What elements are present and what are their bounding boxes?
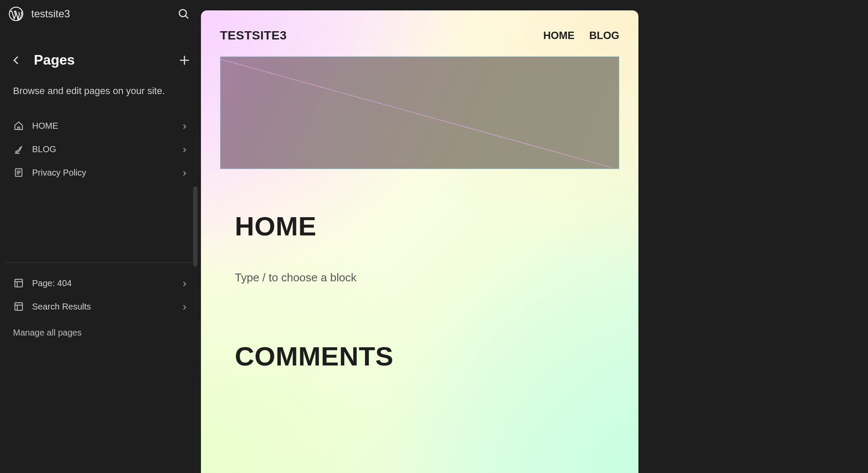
blank-area <box>638 0 868 473</box>
site-name[interactable]: testsite3 <box>31 8 178 20</box>
template-item-search[interactable]: Search Results <box>6 295 195 318</box>
svg-rect-4 <box>15 303 22 310</box>
preview-nav: HOME BLOG <box>543 29 619 42</box>
home-icon <box>13 120 24 131</box>
add-page-icon[interactable] <box>178 54 191 66</box>
svg-rect-3 <box>15 279 22 287</box>
page-list: HOME BLOG Privacy Policy <box>0 114 201 184</box>
page-item-privacy[interactable]: Privacy Policy <box>6 161 195 184</box>
back-icon[interactable] <box>10 55 22 66</box>
page-item-label: Privacy Policy <box>32 168 181 178</box>
chevron-right-icon <box>181 169 188 176</box>
page-item-label: HOME <box>32 121 181 131</box>
chevron-right-icon <box>181 280 188 287</box>
chevron-right-icon <box>181 303 188 310</box>
page-item-label: BLOG <box>32 144 181 154</box>
chevron-right-icon <box>181 122 188 129</box>
page-item-home[interactable]: HOME <box>6 114 195 137</box>
sidebar-scrollbar[interactable] <box>193 186 197 267</box>
wordpress-logo-icon[interactable] <box>9 7 23 21</box>
block-prompt[interactable]: Type / to choose a block <box>235 271 619 284</box>
preview-page-title[interactable]: HOME <box>235 211 619 241</box>
preview-canvas[interactable]: TESTSITE3 HOME BLOG HOME Type / to choos… <box>201 10 638 473</box>
panel-title: Pages <box>34 52 178 68</box>
preview-site-title[interactable]: TESTSITE3 <box>220 29 287 42</box>
sidebar: testsite3 Pages Browse and edit pages on… <box>0 0 201 473</box>
featured-image-placeholder[interactable] <box>220 56 619 169</box>
template-item-404[interactable]: Page: 404 <box>6 271 195 295</box>
preview-header: TESTSITE3 HOME BLOG <box>201 10 638 56</box>
template-item-label: Search Results <box>32 302 181 312</box>
nav-link-blog[interactable]: BLOG <box>589 29 619 42</box>
layout-icon <box>13 277 24 289</box>
manage-all-pages-link[interactable]: Manage all pages <box>0 318 201 338</box>
page-icon <box>13 167 24 178</box>
page-item-blog[interactable]: BLOG <box>6 137 195 161</box>
panel-header: Pages <box>0 31 201 76</box>
template-list: Page: 404 Search Results <box>0 263 201 318</box>
sidebar-top: testsite3 <box>0 0 201 31</box>
comments-heading[interactable]: COMMENTS <box>235 341 619 372</box>
template-item-label: Page: 404 <box>32 278 181 288</box>
chevron-right-icon <box>181 146 188 153</box>
nav-link-home[interactable]: HOME <box>543 29 575 42</box>
search-icon[interactable] <box>178 8 190 20</box>
layout-icon <box>13 301 24 312</box>
quill-icon <box>13 144 24 155</box>
panel-description: Browse and edit pages on your site. <box>0 76 201 114</box>
